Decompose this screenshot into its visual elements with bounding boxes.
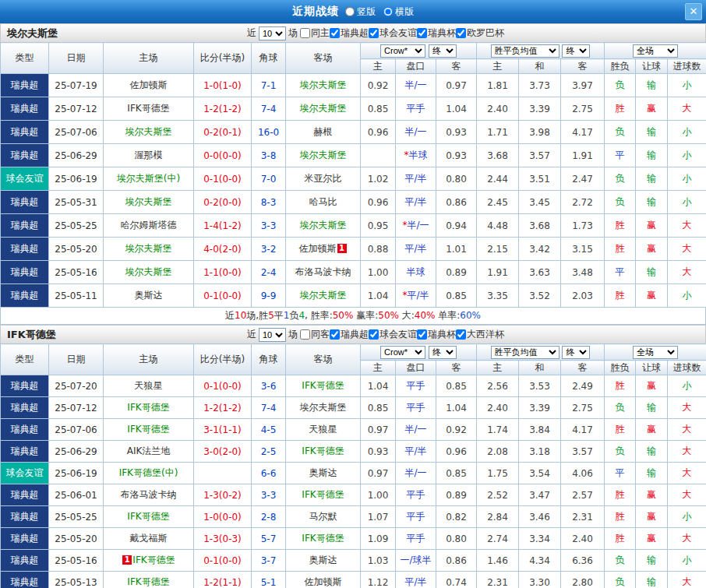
filter-checkbox[interactable] [417, 28, 427, 38]
team-name-text: 天狼星 [309, 424, 337, 435]
date-cell: 25-05-16 [49, 550, 104, 572]
result-handicap-cell: 赢 [636, 97, 668, 121]
filter-option: 大西洋杯 [456, 328, 504, 341]
match-row: 瑞典超25-07-06IFK哥德堡3-1(1-1)4-5天狼星0.97半/一0.… [1, 419, 706, 441]
result-handicap-cell: 赢 [636, 238, 668, 261]
scope-select[interactable]: 全场 [633, 44, 678, 58]
euro-draw-odds-cell: 3.52 [519, 284, 561, 308]
euro-draw-odds-cell: 3.54 [519, 463, 561, 484]
filter-checkbox[interactable] [456, 28, 466, 38]
team-name-text: 埃尔夫斯堡 [125, 266, 172, 277]
score-cell: 1-0(0-0) [194, 506, 252, 528]
filter-checkbox[interactable] [300, 28, 310, 38]
result-goals-cell: 大 [668, 97, 706, 121]
euro-draw-odds-cell: 3.51 [519, 167, 561, 191]
filter-checkbox[interactable] [456, 329, 466, 340]
euro-home-odds-cell: 1.74 [477, 419, 519, 441]
col-away: 客场 [286, 43, 361, 74]
asia-away-odds-cell: 0.96 [436, 441, 477, 463]
layout-radio[interactable] [345, 7, 355, 16]
result-handicap-cell: 赢 [636, 419, 668, 441]
home-team-cell: IFK哥德堡 [104, 572, 194, 588]
result-goals-cell: 大 [668, 484, 706, 506]
match-count-select[interactable]: 10 [259, 328, 286, 342]
euro-final-select[interactable]: 终 [562, 346, 590, 359]
match-row: 球会友谊25-06-19埃尔夫斯堡(中)0-1(0-0)7-0米亚尔比1.02平… [1, 167, 706, 191]
corner-cell: 6-6 [252, 463, 286, 484]
home-team-cell: AIK法兰地 [104, 441, 194, 463]
match-row: 瑞典超25-05-25IFK哥德堡1-0(0-0)2-8马尔默1.07平手0.8… [1, 506, 706, 528]
asia-handicap-cell: 平手 [396, 397, 436, 419]
date-cell: 25-06-29 [49, 144, 104, 167]
close-button[interactable]: ✕ [685, 3, 702, 20]
euro-company-select[interactable]: 胜平负均值 [491, 346, 560, 359]
asia-handicap-cell: 平/半 [396, 441, 436, 463]
filter-checkbox[interactable] [369, 329, 379, 340]
col-score: 比分(半场) [194, 344, 252, 375]
panel-title: 近期战绩 [292, 5, 339, 19]
match-row: 瑞典超25-05-161IFK哥德堡0-1(0-0)3-7奥斯达1.03一/球半… [1, 550, 706, 572]
away-team-cell: 哈马比 [286, 191, 361, 214]
team-name-text: 渥那模 [135, 150, 163, 160]
corner-cell: 8-3 [252, 191, 286, 214]
result-wdl-cell: 负 [605, 121, 636, 144]
euro-final-select[interactable]: 终 [562, 44, 590, 58]
result-handicap-cell: 赢 [636, 214, 668, 238]
team-name-text: AIK法兰地 [127, 445, 171, 456]
filter-checkbox[interactable] [300, 329, 310, 340]
competition-filter-group: 同主瑞典超球会友谊瑞典杯欧罗巴杯 [300, 26, 504, 40]
corner-cell: 3-3 [252, 214, 286, 238]
asia-odds-header: Crow* 终 [361, 43, 477, 59]
col-euro-draw: 和 [519, 361, 561, 375]
league-type-cell: 瑞典超 [1, 284, 49, 308]
away-team-cell: IFK哥德堡 [286, 484, 361, 506]
result-wdl-cell: 胜 [605, 214, 636, 238]
corner-cell: 3-2 [252, 238, 286, 261]
euro-away-odds-cell: 2.49 [561, 375, 605, 397]
result-handicap-cell: 赢 [636, 284, 668, 308]
filter-checkbox[interactable] [330, 28, 340, 38]
team-section-header: IFK哥德堡 近 10 场 同客瑞典超球会友谊瑞典杯大西洋杯 [0, 325, 706, 343]
euro-away-odds-cell: 2.57 [561, 484, 605, 506]
result-header: 全场 [605, 344, 706, 361]
asia-home-odds-cell: 0.85 [361, 97, 396, 121]
asia-away-odds-cell: 0.85 [436, 375, 477, 397]
score-cell: 3-0(2-0) [194, 441, 252, 463]
scope-select[interactable]: 全场 [633, 346, 678, 359]
euro-draw-odds-cell: 3.63 [519, 261, 561, 284]
result-wdl-cell: 负 [605, 441, 636, 463]
asia-away-odds-cell: 0.86 [436, 550, 477, 572]
team-name-text: 埃尔夫斯堡 [300, 103, 347, 114]
team-name: 埃尔夫斯堡 [7, 26, 58, 40]
league-type-cell: 瑞典超 [1, 572, 49, 588]
euro-home-odds-cell: 2.52 [477, 484, 519, 506]
col-asia-home: 主 [361, 59, 396, 74]
date-cell: 25-05-20 [49, 528, 104, 550]
asia-home-odds-cell: 0.93 [361, 441, 396, 463]
asia-home-odds-cell: 0.85 [361, 397, 396, 419]
asia-company-select[interactable]: Crow* [380, 346, 425, 359]
layout-radio[interactable] [383, 7, 393, 16]
result-wdl-cell: 胜 [605, 506, 636, 528]
filter-checkbox[interactable] [330, 329, 340, 340]
league-type-cell: 瑞典超 [1, 214, 49, 238]
red-card-badge: 1 [122, 555, 132, 565]
asia-home-odds-cell: 0.96 [361, 191, 396, 214]
euro-company-select[interactable]: 胜平负均值 [491, 44, 560, 58]
result-goals-cell: 小 [668, 144, 706, 167]
result-handicap-cell: 输 [636, 167, 668, 191]
asia-final-select[interactable]: 终 [429, 44, 457, 58]
asia-company-select[interactable]: Crow* [380, 44, 425, 58]
date-cell: 25-06-29 [49, 441, 104, 463]
asia-away-odds-cell: 0.86 [436, 191, 477, 214]
match-count-select[interactable]: 10 [259, 26, 286, 40]
team-name-text: IFK哥德堡 [127, 103, 169, 114]
euro-home-odds-cell: 1.75 [477, 463, 519, 484]
asia-handicap-cell: 平手 [396, 506, 436, 528]
match-row: 瑞典超25-05-20埃尔夫斯堡4-0(2-0)3-2佐加顿斯10.88平/半1… [1, 238, 706, 261]
filter-checkbox[interactable] [369, 28, 379, 38]
euro-home-odds-cell: 2.08 [477, 441, 519, 463]
layout-option: 竖版 [345, 5, 376, 19]
filter-checkbox[interactable] [417, 329, 427, 340]
asia-final-select[interactable]: 终 [429, 346, 457, 359]
